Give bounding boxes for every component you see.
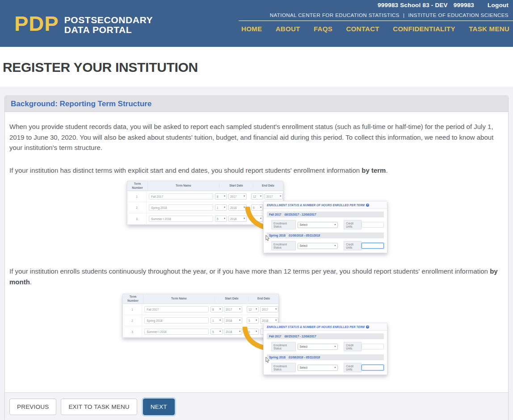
enrollment-panel-title: ENROLLMENT STATUS & NUMBER OF HOURS ENRO… bbox=[264, 323, 387, 331]
nav-home[interactable]: HOME bbox=[241, 25, 262, 33]
enrollment-panel-screenshot: ENROLLMENT STATUS & NUMBER OF HOURS ENRO… bbox=[263, 201, 387, 253]
end-year-dropdown: 2017▾ bbox=[260, 306, 278, 312]
account-bar: 999983 School 83 - DEV 999983 Logout bbox=[239, 0, 513, 8]
enrollment-status-label: Enrollment Status bbox=[271, 220, 296, 229]
start-month-dropdown: 8▾ bbox=[210, 306, 223, 312]
next-button[interactable]: NEXT bbox=[143, 399, 175, 415]
enrollment-status-label: Enrollment Status bbox=[271, 241, 296, 250]
caret-icon: ▾ bbox=[256, 319, 257, 322]
caret-icon: ▾ bbox=[224, 206, 225, 209]
background-panel: Background: Reporting Term Structure Whe… bbox=[4, 96, 509, 420]
enrollment-panel-title: ENROLLMENT STATUS & NUMBER OF HOURS ENRO… bbox=[264, 201, 387, 209]
title-band: REGISTER YOUR INSTITUTION bbox=[0, 47, 513, 87]
nav-contact[interactable]: CONTACT bbox=[346, 25, 379, 33]
nav-about[interactable]: ABOUT bbox=[276, 25, 300, 33]
col-term-number: Term Number bbox=[123, 294, 143, 304]
enrollment-row: Enrollment Status Select▾ Credit Units bbox=[271, 220, 384, 229]
start-month-dropdown: 8▾ bbox=[215, 193, 227, 200]
caret-icon: ▾ bbox=[239, 319, 240, 322]
ies-link[interactable]: INSTITUTE OF EDUCATION SCIENCES bbox=[408, 12, 509, 18]
school-id: 999983 bbox=[454, 2, 474, 8]
start-month-dropdown: 5▾ bbox=[210, 329, 223, 335]
col-term-name: Term Name bbox=[143, 297, 215, 300]
end-month-dropdown: 12▾ bbox=[251, 193, 263, 200]
enrollment-status-dropdown: Select▾ bbox=[298, 243, 338, 249]
by-term-illustration: Term Number Term Name Start Date End Dat… bbox=[9, 181, 505, 255]
previous-button[interactable]: PREVIOUS bbox=[9, 399, 56, 415]
credit-units-label: Credit Units bbox=[344, 220, 361, 229]
col-end-date: End Date bbox=[249, 297, 278, 300]
col-start-date: Start Date bbox=[215, 297, 249, 300]
caret-icon: ▾ bbox=[334, 224, 336, 226]
enrollment-status-dropdown: Select▾ bbox=[298, 365, 338, 371]
enrollment-row: Enrollment Status Select▾ Credit Units bbox=[271, 342, 384, 351]
col-term-number: Term Number bbox=[127, 181, 148, 191]
pdp-logo-acronym: PDP bbox=[14, 14, 59, 33]
help-icon: ? bbox=[366, 325, 369, 329]
term-section-header: Spring 201801/08/2018 - 05/11/2018 bbox=[267, 233, 384, 238]
table-row: 2 Spring 2018 1▾ 2018▾ 5▾ 2018▾ bbox=[123, 315, 278, 326]
panel-title: Background: Reporting Term Structure bbox=[5, 96, 508, 112]
credit-units-label: Credit Units bbox=[344, 342, 361, 351]
caret-icon: ▾ bbox=[334, 366, 336, 369]
caret-icon: ▾ bbox=[224, 217, 225, 220]
school-name: 999983 School 83 - DEV bbox=[378, 2, 448, 8]
enrollment-row: Enrollment Status Select▾ Credit Units bbox=[271, 241, 384, 250]
agency-separator: | bbox=[403, 12, 404, 18]
credit-units-field-focused bbox=[362, 243, 384, 249]
pdp-logo[interactable]: PDP POSTSECONDARY DATA PORTAL bbox=[14, 14, 153, 35]
caret-icon: ▾ bbox=[260, 195, 261, 198]
panel-body: When you provide student records data, y… bbox=[5, 121, 508, 392]
exit-to-task-menu-button[interactable]: EXIT TO TASK MENU bbox=[61, 399, 137, 415]
caret-icon: ▾ bbox=[219, 319, 221, 322]
term-section-header: Spring 201801/08/2018 - 05/11/2018 bbox=[267, 354, 384, 360]
caret-icon: ▾ bbox=[256, 308, 257, 311]
end-month-dropdown: 12▾ bbox=[247, 306, 259, 312]
credit-units-field bbox=[362, 344, 384, 349]
caret-icon: ▾ bbox=[244, 195, 245, 198]
start-year-dropdown: 2018▾ bbox=[224, 329, 242, 335]
help-icon: ? bbox=[366, 204, 369, 207]
nav-confidentiality[interactable]: CONFIDENTIALITY bbox=[393, 25, 455, 33]
caret-icon: ▾ bbox=[219, 330, 221, 333]
pdp-logo-text: POSTSECONDARY DATA PORTAL bbox=[64, 14, 153, 35]
term-section-header: Fall 201708/15/2017 - 12/08/2017 bbox=[267, 212, 384, 217]
logout-link[interactable]: Logout bbox=[488, 2, 509, 8]
term-name-field: Fall 2017 bbox=[149, 193, 213, 200]
header-right: 999983 School 83 - DEV 999983 Logout NAT… bbox=[239, 0, 513, 33]
nav-task-menu[interactable]: TASK MENU bbox=[469, 25, 509, 33]
by-month-paragraph: If your institution enrolls students con… bbox=[9, 266, 505, 287]
credit-units-field bbox=[362, 222, 384, 228]
enrollment-status-dropdown: Select▾ bbox=[298, 344, 338, 350]
by-month-illustration: Term Number Term Name Start Date End Dat… bbox=[9, 294, 505, 377]
intro-paragraph: When you provide student records data, y… bbox=[9, 121, 505, 153]
term-name-field: Fall 2017 bbox=[144, 306, 209, 312]
caret-icon: ▾ bbox=[334, 245, 336, 247]
mouse-cursor-icon bbox=[265, 357, 269, 363]
caret-icon: ▾ bbox=[275, 308, 277, 311]
end-year-dropdown: 2017▾ bbox=[265, 193, 283, 200]
caret-icon: ▾ bbox=[219, 308, 221, 311]
enrollment-row: Enrollment Status Select▾ Credit Units bbox=[271, 363, 384, 372]
start-month-dropdown: 5▾ bbox=[215, 216, 227, 222]
term-table-header: Term Number Term Name Start Date End Dat… bbox=[127, 181, 283, 191]
credit-units-label: Credit Units bbox=[344, 363, 361, 372]
col-term-name: Term Name bbox=[148, 184, 219, 187]
nces-link[interactable]: NATIONAL CENTER FOR EDUCATION STATISTICS bbox=[270, 12, 399, 18]
credit-units-field-focused bbox=[362, 365, 384, 370]
term-table-header: Term Number Term Name Start Date End Dat… bbox=[123, 294, 278, 304]
caret-icon: ▾ bbox=[334, 345, 336, 348]
main-nav: HOME ABOUT FAQS CONTACT CONFIDENTIALITY … bbox=[239, 21, 513, 33]
caret-icon: ▾ bbox=[224, 195, 225, 198]
start-month-dropdown: 1▾ bbox=[215, 204, 227, 211]
enrollment-status-label: Enrollment Status bbox=[271, 363, 296, 372]
site-header: PDP POSTSECONDARY DATA PORTAL 999983 Sch… bbox=[0, 0, 513, 47]
enrollment-panel-screenshot: ENROLLMENT STATUS & NUMBER OF HOURS ENRO… bbox=[263, 323, 387, 375]
start-year-dropdown: 2017▾ bbox=[228, 193, 247, 200]
col-end-date: End Date bbox=[253, 184, 283, 187]
col-start-date: Start Date bbox=[219, 184, 253, 187]
nav-faqs[interactable]: FAQS bbox=[314, 25, 332, 33]
mouse-cursor-icon bbox=[265, 235, 269, 241]
start-year-dropdown: 2018▾ bbox=[224, 317, 242, 324]
table-row: 1 Fall 2017 8▾ 2017▾ 12▾ 2017▾ bbox=[127, 191, 283, 202]
